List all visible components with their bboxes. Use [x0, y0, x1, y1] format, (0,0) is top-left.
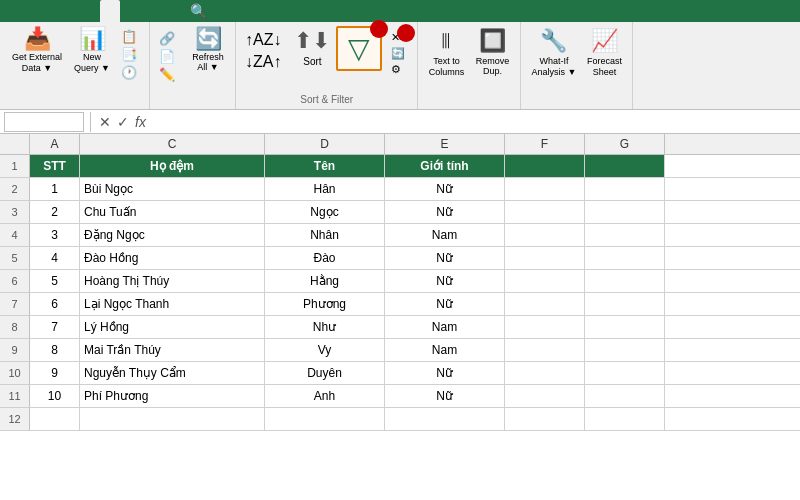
text-to-columns-button[interactable]: ⫴ Text toColumns: [424, 26, 468, 80]
cell-f-5[interactable]: [505, 247, 585, 269]
get-external-data-button[interactable]: 📥 Get ExternalData ▼: [8, 26, 66, 76]
cell-g-4[interactable]: [585, 224, 665, 246]
show-queries-button[interactable]: 📋: [118, 28, 143, 45]
cell-f-10[interactable]: [505, 362, 585, 384]
menu-home[interactable]: [20, 0, 40, 22]
cell-e1[interactable]: Giới tính: [385, 155, 505, 177]
cell-a-10[interactable]: 9: [30, 362, 80, 384]
cell-d-7[interactable]: Phương: [265, 293, 385, 315]
cell-g1[interactable]: [585, 155, 665, 177]
cell-c-11[interactable]: Phí Phương: [80, 385, 265, 407]
cell-e-2[interactable]: Nữ: [385, 178, 505, 200]
cell-g-7[interactable]: [585, 293, 665, 315]
sort-button[interactable]: ⬆⬇ Sort: [290, 26, 334, 69]
cell-e-3[interactable]: Nữ: [385, 201, 505, 223]
cell-c-3[interactable]: Chu Tuấn: [80, 201, 265, 223]
recent-sources-button[interactable]: 🕐: [118, 64, 143, 81]
cell-a-11[interactable]: 10: [30, 385, 80, 407]
cell-g-10[interactable]: [585, 362, 665, 384]
remove-duplicates-button[interactable]: 🔲 RemoveDup.: [470, 26, 514, 78]
cell-c-12[interactable]: [80, 408, 265, 430]
confirm-icon[interactable]: ✓: [117, 114, 129, 130]
cell-a-8[interactable]: 7: [30, 316, 80, 338]
cell-d-4[interactable]: Nhân: [265, 224, 385, 246]
cell-a1[interactable]: STT: [30, 155, 80, 177]
reapply-button[interactable]: 🔄: [388, 46, 411, 61]
edit-links-button[interactable]: ✏️: [156, 66, 181, 83]
what-if-button[interactable]: 🔧 What-IfAnalysis ▼: [527, 26, 580, 80]
cell-e-5[interactable]: Nữ: [385, 247, 505, 269]
cell-e-11[interactable]: Nữ: [385, 385, 505, 407]
cell-f-3[interactable]: [505, 201, 585, 223]
cell-f-12[interactable]: [505, 408, 585, 430]
cell-c-6[interactable]: Hoàng Thị Thúy: [80, 270, 265, 292]
cell-a-3[interactable]: 2: [30, 201, 80, 223]
formula-input[interactable]: [152, 115, 800, 129]
name-box[interactable]: [4, 112, 84, 132]
cell-f-7[interactable]: [505, 293, 585, 315]
cell-e-6[interactable]: Nữ: [385, 270, 505, 292]
menu-view[interactable]: [140, 0, 160, 22]
cell-a-9[interactable]: 8: [30, 339, 80, 361]
insert-function-icon[interactable]: fx: [135, 114, 146, 130]
cell-a-7[interactable]: 6: [30, 293, 80, 315]
cell-g-9[interactable]: [585, 339, 665, 361]
cell-d-3[interactable]: Ngọc: [265, 201, 385, 223]
col-header-d[interactable]: D: [265, 134, 385, 154]
cell-c-7[interactable]: Lại Ngọc Thanh: [80, 293, 265, 315]
menu-page-layout[interactable]: [60, 0, 80, 22]
col-header-g[interactable]: G: [585, 134, 665, 154]
cell-d-2[interactable]: Hân: [265, 178, 385, 200]
filter-button[interactable]: ▽: [336, 26, 382, 71]
cell-d-8[interactable]: Như: [265, 316, 385, 338]
cell-f1[interactable]: [505, 155, 585, 177]
cell-d-10[interactable]: Duyên: [265, 362, 385, 384]
cell-g-2[interactable]: [585, 178, 665, 200]
cell-g-8[interactable]: [585, 316, 665, 338]
cell-c-9[interactable]: Mai Trần Thúy: [80, 339, 265, 361]
sort-az-button[interactable]: ↑AZ↓: [242, 30, 284, 50]
cell-d-12[interactable]: [265, 408, 385, 430]
cell-e-10[interactable]: Nữ: [385, 362, 505, 384]
cell-c-5[interactable]: Đào Hồng: [80, 247, 265, 269]
cell-a-12[interactable]: [30, 408, 80, 430]
cell-f-9[interactable]: [505, 339, 585, 361]
col-header-e[interactable]: E: [385, 134, 505, 154]
cell-c-10[interactable]: Nguyễn Thụy Cẩm: [80, 362, 265, 384]
cell-c-4[interactable]: Đặng Ngọc: [80, 224, 265, 246]
cell-d-5[interactable]: Đào: [265, 247, 385, 269]
cell-d-11[interactable]: Anh: [265, 385, 385, 407]
cell-c-8[interactable]: Lý Hồng: [80, 316, 265, 338]
cell-a-4[interactable]: 3: [30, 224, 80, 246]
cell-e-7[interactable]: Nữ: [385, 293, 505, 315]
cell-g-11[interactable]: [585, 385, 665, 407]
col-header-f[interactable]: F: [505, 134, 585, 154]
menu-review[interactable]: [120, 0, 140, 22]
cell-c-2[interactable]: Bùi Ngọc: [80, 178, 265, 200]
cell-a-6[interactable]: 5: [30, 270, 80, 292]
cell-f-8[interactable]: [505, 316, 585, 338]
cell-g-6[interactable]: [585, 270, 665, 292]
cell-e-12[interactable]: [385, 408, 505, 430]
cell-f-4[interactable]: [505, 224, 585, 246]
cell-d-6[interactable]: Hằng: [265, 270, 385, 292]
cell-f-6[interactable]: [505, 270, 585, 292]
cell-e-8[interactable]: Nam: [385, 316, 505, 338]
cell-g-3[interactable]: [585, 201, 665, 223]
refresh-all-button[interactable]: 🔄 RefreshAll ▼: [187, 26, 229, 74]
cell-g-5[interactable]: [585, 247, 665, 269]
cell-c1[interactable]: Họ đệm: [80, 155, 265, 177]
new-query-button[interactable]: 📊 NewQuery ▼: [68, 26, 116, 76]
sort-za-button[interactable]: ↓ZA↑: [242, 52, 284, 72]
advanced-button[interactable]: ⚙: [388, 62, 411, 77]
cell-f-2[interactable]: [505, 178, 585, 200]
menu-file[interactable]: [0, 0, 20, 22]
menu-insert[interactable]: [40, 0, 60, 22]
cell-e-4[interactable]: Nam: [385, 224, 505, 246]
col-header-a[interactable]: A: [30, 134, 80, 154]
menu-data[interactable]: [100, 0, 120, 22]
cell-d1[interactable]: Tên: [265, 155, 385, 177]
connections-button[interactable]: 🔗: [156, 30, 181, 47]
cell-a-5[interactable]: 4: [30, 247, 80, 269]
cell-a-2[interactable]: 1: [30, 178, 80, 200]
